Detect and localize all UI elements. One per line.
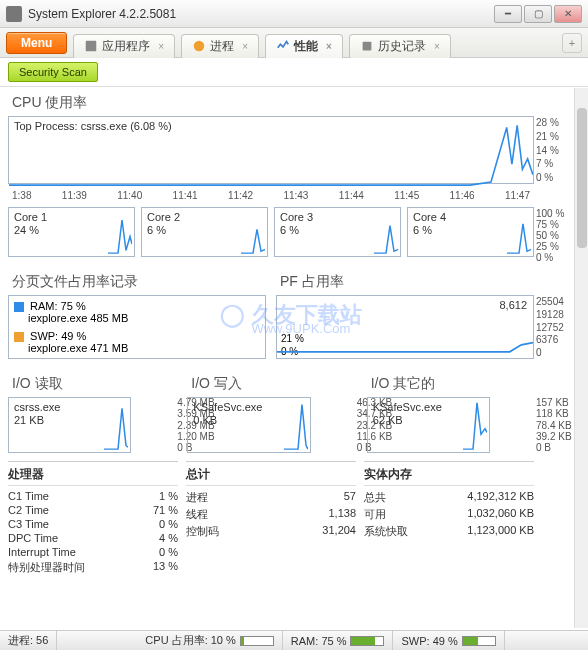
- tab-label: 应用程序: [102, 38, 150, 55]
- pf-yaxis: 25504191281275263760: [536, 295, 570, 359]
- core4-chart: Core 4 6 %: [407, 207, 534, 257]
- tab-label: 性能: [294, 38, 318, 55]
- io-other-chart: KSafeSvc.exe 62 KB: [367, 397, 490, 453]
- cores-row: Core 1 24 % Core 2 6 % Core 3 6 % Core 4…: [8, 207, 534, 257]
- stats-totals: 总计 进程57 线程1,138 控制码31,204: [186, 461, 356, 576]
- ram-proc: iexplore.exe 485 MB: [28, 312, 128, 324]
- stats-cpu: 处理器 C1 Time1 % C2 Time71 % C3 Time0 % DP…: [8, 461, 178, 576]
- performance-icon: [276, 39, 290, 53]
- history-icon: [360, 39, 374, 53]
- maximize-button[interactable]: ▢: [524, 5, 552, 23]
- cpu-xaxis: 1:3811:3911:4011:4111:4211:4311:4411:451…: [8, 188, 534, 207]
- window-title: System Explorer 4.2.2.5081: [28, 7, 494, 21]
- stats-mem: 实体内存 总共4,192,312 KB 可用1,032,060 KB 系统快取1…: [364, 461, 534, 576]
- pf-title: PF 占用率: [276, 267, 534, 295]
- status-bar: 进程: 56 CPU 占用率: 10 % RAM: 75 % SWP: 49 %: [0, 630, 588, 650]
- app-icon: [6, 6, 22, 22]
- svg-rect-0: [86, 41, 97, 52]
- vertical-scrollbar[interactable]: [574, 88, 588, 628]
- cpu-yaxis: 28 %21 %14 %7 %0 %: [536, 116, 570, 184]
- cores-yaxis: 100 %75 %50 %25 %0 %: [536, 207, 570, 257]
- cpu-usage-chart: Top Process: csrss.exe (6.08 %): [8, 116, 534, 184]
- tab-label: 历史记录: [378, 38, 426, 55]
- ram-label: RAM: 75 %: [30, 300, 86, 312]
- stats-mem-header: 实体内存: [364, 466, 534, 486]
- core1-chart: Core 1 24 %: [8, 207, 135, 257]
- close-icon[interactable]: ×: [158, 41, 164, 52]
- pagefile-chart: RAM: 75 % iexplore.exe 485 MB SWP: 49 % …: [8, 295, 266, 359]
- tab-history[interactable]: 历史记录 ×: [349, 34, 451, 58]
- svg-point-1: [194, 41, 205, 52]
- io-read-chart: csrss.exe 21 KB: [8, 397, 131, 453]
- minimize-button[interactable]: ━: [494, 5, 522, 23]
- status-cpu: CPU 占用率: 10 %: [137, 631, 282, 650]
- content-pane: CPU 使用率 Top Process: csrss.exe (6.08 %) …: [8, 88, 588, 628]
- status-processes: 进程: 56: [0, 631, 57, 650]
- io-write-title: I/O 写入: [187, 369, 354, 397]
- menu-button[interactable]: Menu: [6, 32, 67, 54]
- swp-proc: iexplore.exe 471 MB: [28, 342, 128, 354]
- ram-legend-icon: [14, 302, 24, 312]
- tab-performance[interactable]: 性能 ×: [265, 34, 343, 58]
- watermark-url: Www.9UPK.Com: [251, 321, 350, 336]
- stats-cpu-header: 处理器: [8, 466, 178, 486]
- close-button[interactable]: ✕: [554, 5, 582, 23]
- status-swp: SWP: 49 %: [393, 631, 504, 650]
- close-icon[interactable]: ×: [242, 41, 248, 52]
- security-scan-button[interactable]: Security Scan: [8, 62, 98, 82]
- titlebar: System Explorer 4.2.2.5081 ━ ▢ ✕: [0, 0, 588, 28]
- security-bar: Security Scan: [0, 58, 588, 87]
- swp-legend-icon: [14, 332, 24, 342]
- core3-chart: Core 3 6 %: [274, 207, 401, 257]
- tab-label: 进程: [210, 38, 234, 55]
- io-write-chart: KSafeSvc.exe 0 KB: [187, 397, 310, 453]
- applications-icon: [84, 39, 98, 53]
- swp-label: SWP: 49 %: [30, 330, 86, 342]
- cpu-section-title: CPU 使用率: [8, 88, 574, 116]
- tab-processes[interactable]: 进程 ×: [181, 34, 259, 58]
- processes-icon: [192, 39, 206, 53]
- stats-row: 处理器 C1 Time1 % C2 Time71 % C3 Time0 % DP…: [8, 461, 534, 576]
- add-tab-button[interactable]: +: [562, 33, 582, 53]
- core2-chart: Core 2 6 %: [141, 207, 268, 257]
- status-ram: RAM: 75 %: [283, 631, 394, 650]
- stats-totals-header: 总计: [186, 466, 356, 486]
- close-icon[interactable]: ×: [434, 41, 440, 52]
- io-read-title: I/O 读取: [8, 369, 175, 397]
- tab-bar: Menu 应用程序 × 进程 × 性能 × 历史记录 × +: [0, 28, 588, 58]
- close-icon[interactable]: ×: [326, 41, 332, 52]
- pagefile-title: 分页文件占用率记录: [8, 267, 266, 295]
- svg-rect-2: [363, 42, 372, 51]
- io-other-title: I/O 其它的: [367, 369, 534, 397]
- tab-applications[interactable]: 应用程序 ×: [73, 34, 175, 58]
